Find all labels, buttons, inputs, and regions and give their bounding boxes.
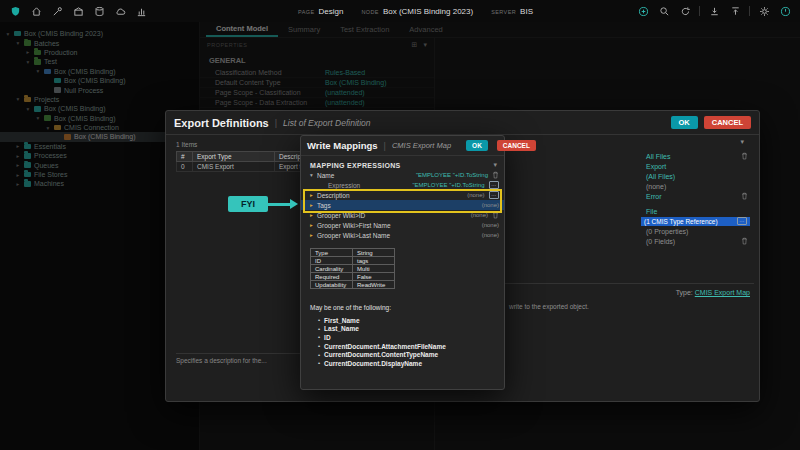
property-row[interactable]: Export <box>501 161 754 171</box>
info-row: TypeString <box>311 249 395 257</box>
mapping-label: Grooper Wiki>Last Name <box>317 232 390 239</box>
mapping-row-expression[interactable]: Expression"EMPLOYEE "+ID.ToString <box>301 180 504 190</box>
info-key: ID <box>311 257 353 265</box>
add-icon[interactable] <box>636 4 650 18</box>
breadcrumb-server: SERVER BIS <box>491 7 533 16</box>
info-row: UpdatabilityReadWrite <box>311 281 395 289</box>
hint-item: CurrentDocument.AttachmentFileName <box>318 342 446 351</box>
property-value: (0 Properties) <box>646 228 688 235</box>
expander-icon[interactable] <box>310 212 317 218</box>
collapse-chevron-icon[interactable] <box>493 161 497 169</box>
mapping-row-wiki-last-name[interactable]: Grooper Wiki>Last Name(none) <box>301 230 504 240</box>
mapping-label: Expression <box>328 182 360 189</box>
trash-icon[interactable] <box>741 192 748 200</box>
property-row[interactable]: (none) <box>501 181 754 191</box>
cancel-button[interactable]: CANCEL <box>497 140 536 151</box>
info-row: IDtags <box>311 257 395 265</box>
home-icon[interactable] <box>29 4 43 18</box>
mapping-row-wiki-first-name[interactable]: Grooper Wiki>First Name(none) <box>301 220 504 230</box>
property-row[interactable]: All Files <box>501 151 754 161</box>
mapping-label: Description <box>317 192 350 199</box>
property-row[interactable]: (All Files) <box>501 171 754 181</box>
collapse-chevron-icon[interactable] <box>740 138 744 146</box>
expander-icon[interactable] <box>310 192 317 198</box>
expander-icon[interactable] <box>310 232 317 238</box>
column-header[interactable]: # <box>177 152 193 162</box>
title-divider: | <box>275 118 277 128</box>
export-property-panel: All Files Export (All Files) (none) Erro… <box>501 137 754 393</box>
info-value: Multi <box>353 265 395 273</box>
mapping-row-description[interactable]: Description(none) <box>301 190 504 200</box>
mapping-value: (none) <box>482 202 499 208</box>
refresh-icon[interactable] <box>678 4 692 18</box>
trash-icon[interactable] <box>492 211 499 219</box>
download-icon[interactable] <box>707 4 721 18</box>
mapping-value: "EMPLOYEE "+ID.ToString <box>412 182 484 188</box>
property-row[interactable]: (0 Fields) <box>501 236 754 246</box>
mapping-rows: Name"EMPLOYEE "+ID.ToString Expression"E… <box>301 170 504 240</box>
expander-icon[interactable] <box>310 172 317 178</box>
mapping-label: Name <box>317 172 334 179</box>
tools-icon[interactable] <box>50 4 64 18</box>
field-info-table: TypeString IDtags CardinalityMulti Requi… <box>310 248 395 289</box>
column-header[interactable]: Export Type <box>193 152 275 162</box>
type-line: Type: CMIS Export Map <box>676 289 750 296</box>
mapping-label: Tags <box>317 202 331 209</box>
mapping-value: (none) <box>482 232 499 238</box>
grooper-design-page: PAGE Design NODE Box (CMIS Binding 2023)… <box>0 0 800 450</box>
property-row-selected[interactable]: (1 CMIS Type Reference) <box>501 216 754 226</box>
trash-icon[interactable] <box>741 237 748 245</box>
section-title: MAPPING EXPRESSIONS <box>310 162 401 169</box>
stats-icon[interactable] <box>134 4 148 18</box>
mapping-value: (none) <box>482 222 499 228</box>
breadcrumb-label: SERVER <box>491 9 516 15</box>
property-row[interactable]: (0 Properties) <box>501 226 754 236</box>
cloud-icon[interactable] <box>113 4 127 18</box>
mapping-value: "EMPLOYEE "+ID.ToString <box>416 172 488 178</box>
breadcrumb-label: PAGE <box>298 9 314 15</box>
trash-icon[interactable] <box>492 171 499 179</box>
fyi-arrow-line <box>268 203 290 206</box>
property-row[interactable]: File <box>501 206 754 216</box>
ellipsis-button[interactable] <box>489 181 500 190</box>
archive-icon[interactable] <box>71 4 85 18</box>
mapping-row-tags[interactable]: Tags(none) <box>301 200 504 210</box>
mapping-label: Grooper Wiki>First Name <box>317 222 391 229</box>
dialog-title: Export Definitions <box>174 117 269 129</box>
ellipsis-button[interactable] <box>489 191 500 200</box>
ok-button[interactable]: OK <box>466 140 488 151</box>
property-value: (1 CMIS Type Reference) <box>644 218 718 225</box>
breadcrumb: PAGE Design NODE Box (CMIS Binding 2023)… <box>298 7 533 16</box>
property-value: Export <box>646 163 666 170</box>
trash-icon[interactable] <box>741 152 748 160</box>
expander-icon[interactable] <box>310 202 317 208</box>
breadcrumb-value: Design <box>318 7 343 16</box>
mapping-expressions-header: MAPPING EXPRESSIONS <box>301 156 504 171</box>
ok-button[interactable]: OK <box>671 116 698 129</box>
fyi-label: FYI <box>228 196 268 212</box>
database-icon[interactable] <box>92 4 106 18</box>
upload-icon[interactable] <box>728 4 742 18</box>
info-row: RequiredFalse <box>311 273 395 281</box>
breadcrumb-value: Box (CMIS Binding 2023) <box>383 7 473 16</box>
mapping-value: (none) <box>467 192 484 198</box>
power-icon[interactable] <box>778 4 792 18</box>
type-link[interactable]: CMIS Export Map <box>695 289 750 296</box>
table-cell: CMIS Export <box>193 162 275 172</box>
search-icon[interactable] <box>657 4 671 18</box>
info-value: String <box>353 249 395 257</box>
toolbar-left-icons <box>8 4 148 18</box>
mapping-row-name[interactable]: Name"EMPLOYEE "+ID.ToString <box>301 170 504 180</box>
dialog-subtitle: CMIS Export Map <box>392 141 451 150</box>
property-value: (All Files) <box>646 173 675 180</box>
mapping-row-wiki-id[interactable]: Grooper Wiki>ID(none) <box>301 210 504 220</box>
breadcrumb-value: BIS <box>520 7 533 16</box>
expander-icon[interactable] <box>310 222 317 228</box>
cancel-button[interactable]: CANCEL <box>704 116 751 129</box>
property-value: (0 Fields) <box>646 238 675 245</box>
write-mappings-dialog: Write Mappings | CMIS Export Map OK CANC… <box>300 135 505 390</box>
settings-icon[interactable] <box>757 4 771 18</box>
property-row[interactable]: Error <box>501 191 754 201</box>
fyi-callout: FYI <box>228 196 298 212</box>
ellipsis-button[interactable] <box>737 217 748 226</box>
